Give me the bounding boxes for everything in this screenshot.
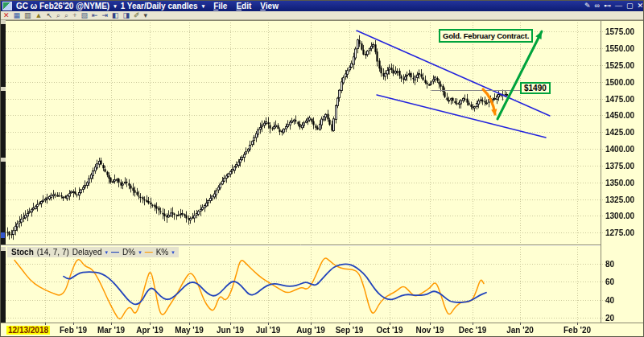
zoom-out-icon[interactable]: ⌕ xyxy=(64,12,68,19)
menu-file[interactable]: File xyxy=(213,2,227,10)
menu-view[interactable]: View xyxy=(260,2,279,10)
minimize-icon[interactable]: — xyxy=(615,2,622,10)
edit-icon[interactable]: ✎ xyxy=(584,2,591,10)
drawing-toolbar: ✕ ▦ ▥ ▲ ↖ ⌕ ⌕ + ▧ ⇤ ⇥ ◧ ◨ ✐ ▾ xyxy=(1,11,644,20)
price-tick: 1275.00 xyxy=(605,228,634,237)
stoch-tick: 40 xyxy=(605,296,614,305)
pan-left-icon[interactable]: ◧ xyxy=(112,12,119,19)
bar-style-icon[interactable]: ▥ xyxy=(24,12,31,19)
stoch-tick: 60 xyxy=(605,277,614,286)
stoch-tick: 20 xyxy=(605,314,614,323)
title-bar[interactable]: GC ω Feb26'20 @NYME) ▾ 1 Year/Daily cand… xyxy=(1,1,644,11)
price-tick: 1475.00 xyxy=(605,95,634,104)
interval-dropdown-caret-icon[interactable]: ▾ xyxy=(202,2,205,10)
series-start-date: 12/13/2018 xyxy=(6,326,50,335)
month-label: Apr '19 xyxy=(136,326,163,335)
study-name: Stoch xyxy=(11,248,34,257)
price-tick: 1525.00 xyxy=(605,61,634,70)
price-tick: 1450.00 xyxy=(605,111,634,120)
price-tick: 1350.00 xyxy=(605,179,634,187)
close-icon[interactable]: ✕ xyxy=(637,2,643,10)
annotate-icon[interactable]: ▧ xyxy=(80,12,88,19)
month-label: Oct '19 xyxy=(377,326,403,335)
text-annotation[interactable]: Gold. February Contract. xyxy=(439,29,533,43)
d-line-label: D% xyxy=(122,248,135,257)
pin-icon[interactable]: ⊷ xyxy=(604,2,611,10)
price-tick: 1575.00 xyxy=(605,27,634,36)
chart-type-icon[interactable]: ▦ xyxy=(14,12,21,19)
k-line-dropdown-icon[interactable]: ▾ xyxy=(171,249,175,256)
jump-end-icon[interactable]: ⇥ xyxy=(101,12,108,19)
month-label: Mar '19 xyxy=(97,326,125,335)
price-tick: 1375.00 xyxy=(605,162,634,171)
price-tick: 1500.00 xyxy=(605,78,634,87)
month-label: Nov '19 xyxy=(415,326,444,335)
study-dropdown-icon[interactable]: ▾ xyxy=(105,249,109,256)
month-label: Feb '20 xyxy=(564,326,591,335)
zoom-in-icon[interactable]: ⌕ xyxy=(56,12,60,19)
study-params: (14, 7, 7) xyxy=(37,248,69,257)
month-label: Sep '19 xyxy=(336,326,364,335)
k-line-label: K% xyxy=(156,248,169,257)
symbol-title: GC ω Feb26'20 @NYME) xyxy=(16,2,109,10)
toolbar-more-icon[interactable]: ▾ xyxy=(144,12,148,19)
crosshair-icon[interactable]: + xyxy=(72,12,76,19)
d-line-swatch-icon: — xyxy=(111,248,119,257)
price-tick: 1300.00 xyxy=(605,212,634,220)
link-icon[interactable]: ∞ xyxy=(595,2,600,10)
price-tick: 1425.00 xyxy=(605,128,634,137)
month-label: Jun '19 xyxy=(217,326,244,335)
month-label: Aug '19 xyxy=(296,326,325,335)
month-label: Jan '20 xyxy=(506,326,534,335)
price-tick: 1325.00 xyxy=(605,195,634,204)
window-icon xyxy=(2,2,12,10)
month-label: Dec '19 xyxy=(459,326,487,335)
maximize-icon[interactable]: ▢ xyxy=(626,2,634,10)
draw-tools-icon[interactable]: ✐ xyxy=(134,12,140,19)
price-tick: 1400.00 xyxy=(605,145,634,154)
d-line-dropdown-icon[interactable]: ▾ xyxy=(138,249,142,256)
k-line-swatch-icon: — xyxy=(145,248,153,257)
jump-start-icon[interactable]: ⇤ xyxy=(92,12,98,19)
chart-window: GC ω Feb26'20 @NYME) ▾ 1 Year/Daily cand… xyxy=(0,0,644,337)
month-label: Feb '19 xyxy=(60,326,87,335)
stoch-tick: 80 xyxy=(605,260,614,269)
pointer-icon[interactable]: ↖ xyxy=(47,12,53,19)
price-tick: 1550.00 xyxy=(605,44,634,53)
price-chart-canvas[interactable] xyxy=(1,1,644,337)
menu-edit[interactable]: Edit xyxy=(236,2,251,10)
month-label: May '19 xyxy=(175,326,204,335)
interval-title: 1 Year/Daily candles xyxy=(121,2,198,10)
mountain-icon[interactable]: ▲ xyxy=(35,12,43,19)
pan-right-icon[interactable]: ◨ xyxy=(123,12,130,19)
symbol-dropdown-caret-icon[interactable]: ▾ xyxy=(114,2,117,10)
study-mode: Delayed xyxy=(72,248,102,257)
month-label: Jul '19 xyxy=(256,326,281,335)
price-target-label[interactable]: $1490 xyxy=(520,82,551,94)
stoch-study-header: Stoch (14, 7, 7) Delayed ▾ — D% ▾ — K% ▾ xyxy=(7,247,179,257)
remove-icon[interactable]: ✕ xyxy=(3,12,10,19)
